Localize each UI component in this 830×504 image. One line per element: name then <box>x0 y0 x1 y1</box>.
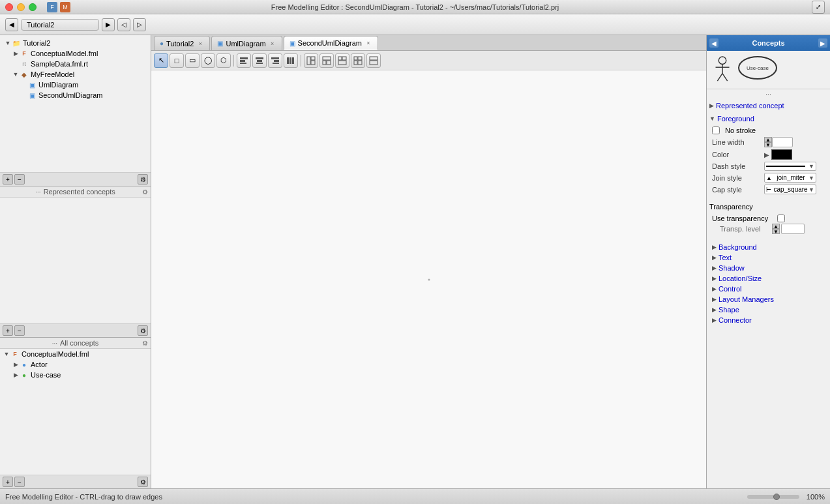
zoom-thumb[interactable] <box>773 494 780 500</box>
close-button[interactable] <box>5 3 13 11</box>
gear-tree-button[interactable]: ⚙ <box>138 174 148 185</box>
tree-item-seconduml[interactable]: ▣ SecondUmlDiagram <box>0 90 151 100</box>
svg-rect-19 <box>342 57 346 60</box>
tree-item-umldiagram[interactable]: ▣ UmlDiagram <box>0 80 151 90</box>
control-group[interactable]: ▶ Control <box>712 284 825 294</box>
actor-concept[interactable] <box>712 56 733 83</box>
svg-rect-1 <box>240 60 245 62</box>
fml-icon: F <box>20 49 29 58</box>
usecase-concept[interactable]: Use-case <box>738 56 777 83</box>
align-right-tool[interactable] <box>268 53 282 68</box>
gear-all-button[interactable]: ⚙ <box>138 477 148 487</box>
line-width-down[interactable]: ▼ <box>764 142 772 147</box>
tab-seconduml[interactable]: ▣ SecondUmlDiagram × <box>284 36 378 50</box>
connector-group[interactable]: ▶ Connector <box>712 315 825 325</box>
rect-tool[interactable]: □ <box>170 53 184 68</box>
add-tree-button[interactable]: + <box>3 174 13 185</box>
add-all-button[interactable]: + <box>3 477 13 487</box>
align-left-tool[interactable] <box>237 53 251 68</box>
layout-tool-3[interactable] <box>335 53 349 68</box>
transparency-header[interactable]: Transparency <box>707 201 830 212</box>
project-selector[interactable]: Tutorial2 <box>21 19 99 31</box>
svg-rect-17 <box>327 61 331 65</box>
expand-button[interactable]: ⤢ <box>812 1 825 14</box>
all-concepts-root[interactable]: ▼ F ConceptualModel.fml <box>0 349 151 359</box>
tree-item-sampledata[interactable]: rt SampleData.fml.rt <box>0 59 151 69</box>
text-group[interactable]: ▶ Text <box>712 252 825 263</box>
zoom-slider[interactable] <box>747 495 799 499</box>
main-toolbar: ◀ Tutorial2 ▶ ◁ ▷ <box>0 14 830 35</box>
project-tree: ▼ 📁 Tutorial2 ▶ F ConceptualModel.fml rt… <box>0 35 151 172</box>
select-tool[interactable]: ↖ <box>154 53 168 68</box>
nav-prev-button[interactable]: ◁ <box>117 18 130 31</box>
tab-umldiagram[interactable]: ▣ UmlDiagram × <box>211 36 282 50</box>
ellipse-tool[interactable]: ◯ <box>201 53 215 68</box>
toggle-allroot[interactable]: ▼ <box>3 350 10 358</box>
more-represented-btn[interactable]: ⚙ <box>142 188 148 196</box>
layout-tool-4[interactable] <box>351 53 365 68</box>
toggle-location-arrow: ▶ <box>712 275 717 282</box>
toggle-conceptual[interactable]: ▶ <box>12 50 20 57</box>
more-all-btn[interactable]: ⚙ <box>142 340 148 347</box>
toggle-represented-arrow: ▶ <box>709 102 714 109</box>
add-represented-button[interactable]: + <box>3 325 13 336</box>
maximize-button[interactable] <box>29 3 37 11</box>
join-style-select[interactable]: ▲ join_miter ▼ <box>764 173 816 183</box>
toggle-usecase[interactable]: ▶ <box>12 371 20 379</box>
cap-style-select[interactable]: ⊢ cap_square ▼ <box>764 185 816 194</box>
tab-close-umldiagram[interactable]: × <box>269 40 276 48</box>
location-size-group[interactable]: ▶ Location/Size <box>712 273 825 284</box>
tab-close-seconduml[interactable]: × <box>364 39 372 47</box>
line-width-input[interactable]: 1 <box>772 137 793 147</box>
all-actor-item[interactable]: ▶ ● Actor <box>0 359 151 370</box>
nav-next-button[interactable]: ▷ <box>133 18 146 31</box>
layout-managers-group[interactable]: ▶ Layout Managers <box>712 294 825 304</box>
toggle-tutorial2[interactable]: ▼ <box>4 39 12 47</box>
toggle-shape-arrow: ▶ <box>712 306 717 313</box>
shadow-group[interactable]: ▶ Shadow <box>712 263 825 273</box>
color-swatch[interactable] <box>771 149 792 160</box>
center-area: ● Tutorial2 × ▣ UmlDiagram × ▣ SecondUml… <box>151 35 706 488</box>
tree-item-conceptual[interactable]: ▶ F ConceptualModel.fml <box>0 48 151 59</box>
tab-tutorial2[interactable]: ● Tutorial2 × <box>154 36 210 50</box>
app-icon-1[interactable]: F <box>47 2 57 12</box>
tab-close-tutorial2[interactable]: × <box>196 40 204 48</box>
forward-button[interactable]: ▶ <box>102 18 115 31</box>
app-icon-2[interactable]: M <box>60 2 70 12</box>
panel-prev-button[interactable]: ◀ <box>709 38 719 48</box>
distribute-tool[interactable] <box>284 53 298 68</box>
background-label: Background <box>719 243 757 251</box>
rounded-rect-tool[interactable]: ▭ <box>185 53 200 68</box>
foreground-header[interactable]: ▼ Foreground <box>707 113 830 124</box>
remove-all-button[interactable]: − <box>14 477 25 487</box>
panel-next-button[interactable]: ▶ <box>818 38 827 48</box>
use-transp-checkbox[interactable] <box>777 215 785 222</box>
layout-tool-1[interactable] <box>304 53 318 68</box>
toggle-actor[interactable]: ▶ <box>12 361 20 368</box>
tree-item-tutorial2[interactable]: ▼ 📁 Tutorial2 <box>0 38 151 48</box>
tree-item-mymodel[interactable]: ▼ ◆ MyFreeModel <box>0 69 151 80</box>
polygon-tool[interactable]: ⬡ <box>216 53 231 68</box>
no-stroke-checkbox[interactable] <box>712 126 720 134</box>
back-button[interactable]: ◀ <box>5 18 18 31</box>
remove-tree-button[interactable]: − <box>14 174 25 185</box>
align-center-tool[interactable] <box>252 53 267 68</box>
represented-concept-header[interactable]: ▶ Represented concept <box>707 100 830 111</box>
dash-style-select[interactable]: ▼ <box>764 162 816 171</box>
layout-tool-5[interactable] <box>366 53 381 68</box>
layout-tool-2[interactable] <box>319 53 334 68</box>
diagram-canvas[interactable] <box>151 70 706 488</box>
toggle-sampledata[interactable] <box>12 60 20 68</box>
shape-group[interactable]: ▶ Shape <box>712 304 825 315</box>
toggle-seconduml[interactable] <box>20 91 27 99</box>
remove-represented-button[interactable]: − <box>14 325 25 336</box>
represented-concepts-header: ··· Represented concepts ⚙ <box>0 186 151 198</box>
gear-represented-button[interactable]: ⚙ <box>138 325 148 336</box>
background-group[interactable]: ▶ Background <box>712 242 825 252</box>
transp-level-input[interactable]: 0.5 <box>781 224 805 234</box>
toggle-mymodel[interactable]: ▼ <box>12 70 20 78</box>
all-usecase-item[interactable]: ▶ ● Use-case <box>0 370 151 380</box>
minimize-button[interactable] <box>17 3 25 11</box>
toggle-umldiagram[interactable] <box>20 81 27 89</box>
transp-level-down[interactable]: ▼ <box>772 229 780 234</box>
